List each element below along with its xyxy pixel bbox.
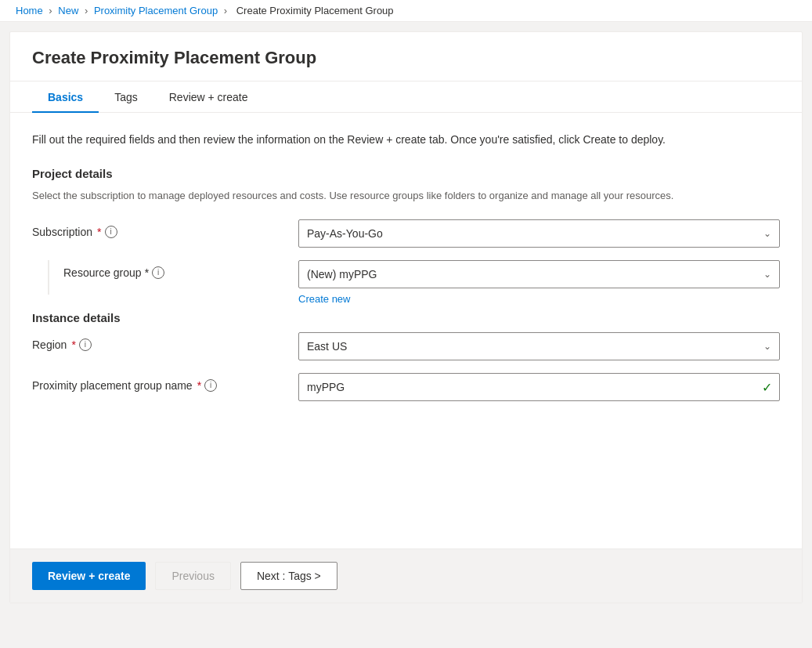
breadcrumb-new[interactable]: New xyxy=(58,5,78,16)
tabs-row: Basics Tags Review + create xyxy=(10,81,802,113)
region-input-col: East US ⌄ xyxy=(298,332,780,360)
subscription-label-col: Subscription * i xyxy=(32,219,298,238)
ppg-name-valid-icon: ✓ xyxy=(762,379,772,394)
resource-group-row: Resource group * i (New) myPPG ⌄ Create … xyxy=(32,260,780,305)
region-label: Region xyxy=(32,338,67,351)
breadcrumb-current: Create Proximity Placement Group xyxy=(236,5,394,16)
region-dropdown[interactable]: East US ⌄ xyxy=(298,332,780,360)
instance-details-title: Instance details xyxy=(32,311,780,324)
resource-group-info-icon[interactable]: i xyxy=(152,266,164,279)
ppg-name-label: Proximity placement group name xyxy=(32,379,193,392)
ppg-name-info-icon[interactable]: i xyxy=(204,379,217,392)
main-container: Create Proximity Placement Group Basics … xyxy=(9,31,803,603)
project-details-section: Project details Select the subscription … xyxy=(32,167,780,305)
subscription-row: Subscription * i Pay-As-You-Go ⌄ xyxy=(32,219,780,248)
resource-group-label-col: Resource group * i xyxy=(63,260,298,279)
ppg-name-input-wrapper: ✓ xyxy=(298,373,780,401)
subscription-value: Pay-As-You-Go xyxy=(307,227,383,240)
instance-details-section: Instance details Region * i East US ⌄ xyxy=(32,311,780,401)
ppg-name-label-col: Proximity placement group name * i xyxy=(32,373,298,392)
review-create-button[interactable]: Review + create xyxy=(32,562,146,590)
tab-basics[interactable]: Basics xyxy=(32,81,99,113)
resource-group-chevron-icon: ⌄ xyxy=(763,269,771,280)
region-required: * xyxy=(71,338,75,351)
subscription-required: * xyxy=(97,226,101,238)
breadcrumb: Home › New › Proximity Placement Group ›… xyxy=(0,0,812,22)
region-label-col: Region * i xyxy=(32,332,298,351)
region-chevron-icon: ⌄ xyxy=(763,341,771,352)
region-info-icon[interactable]: i xyxy=(79,338,92,351)
ppg-name-required: * xyxy=(197,379,201,392)
subscription-info-icon[interactable]: i xyxy=(105,226,117,238)
ppg-name-input-col: ✓ xyxy=(298,373,780,401)
next-button[interactable]: Next : Tags > xyxy=(240,562,337,590)
breadcrumb-ppg[interactable]: Proximity Placement Group xyxy=(94,5,218,16)
indent-connector xyxy=(32,260,63,295)
content-area: Fill out the required fields and then re… xyxy=(10,113,802,548)
resource-group-required: * xyxy=(145,266,149,279)
project-details-desc: Select the subscription to manage deploy… xyxy=(32,188,780,204)
subscription-label: Subscription xyxy=(32,226,92,238)
resource-group-label: Resource group xyxy=(63,266,142,279)
page-header: Create Proximity Placement Group xyxy=(10,32,802,81)
previous-button: Previous xyxy=(155,562,230,590)
indent-line xyxy=(48,260,49,295)
tab-tags[interactable]: Tags xyxy=(99,81,153,113)
project-details-title: Project details xyxy=(32,167,780,180)
subscription-chevron-icon: ⌄ xyxy=(763,228,771,239)
page-title: Create Proximity Placement Group xyxy=(32,48,780,68)
region-row: Region * i East US ⌄ xyxy=(32,332,780,360)
resource-group-value: (New) myPPG xyxy=(307,268,377,281)
ppg-name-row: Proximity placement group name * i ✓ xyxy=(32,373,780,401)
create-new-link[interactable]: Create new xyxy=(298,293,350,305)
subscription-input-col: Pay-As-You-Go ⌄ xyxy=(298,219,780,248)
footer: Review + create Previous Next : Tags > xyxy=(10,548,802,603)
ppg-name-input[interactable] xyxy=(298,373,780,401)
subscription-dropdown[interactable]: Pay-As-You-Go ⌄ xyxy=(298,219,780,248)
breadcrumb-home[interactable]: Home xyxy=(16,5,43,16)
resource-group-dropdown[interactable]: (New) myPPG ⌄ xyxy=(298,260,780,288)
page-description: Fill out the required fields and then re… xyxy=(32,132,780,148)
tab-review-create[interactable]: Review + create xyxy=(153,81,264,113)
region-value: East US xyxy=(307,340,347,353)
resource-group-input-col: (New) myPPG ⌄ Create new xyxy=(298,260,780,305)
